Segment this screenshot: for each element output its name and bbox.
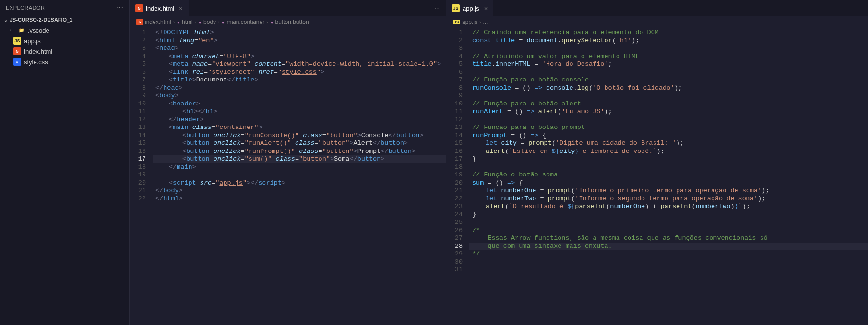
project-root[interactable]: ⌄ JS-CURSO-2-DESAFIO_1	[0, 15, 129, 24]
file-tree: › 📁 .vscode JS app.js 5 index.html # sty…	[0, 24, 129, 68]
tag-icon: ⬥	[177, 19, 180, 25]
tabbar-more-icon[interactable]: ⋯	[430, 5, 446, 12]
close-icon[interactable]: ×	[484, 5, 488, 12]
chevron-right-icon: ›	[195, 20, 196, 25]
tree-item-indexhtml[interactable]: 5 index.html	[0, 46, 129, 57]
chevron-right-icon: ›	[266, 20, 268, 25]
tab-label: index.html	[146, 5, 174, 12]
explorer-header: EXPLORADOR ⋯	[0, 0, 129, 15]
tree-item-stylecss[interactable]: # style.css	[0, 57, 129, 67]
gutter-left: 12345678910111213141516171819202122	[130, 28, 153, 325]
bc-main[interactable]: ⬥ main.container	[221, 19, 264, 25]
html-icon: 5	[13, 47, 21, 55]
css-icon: #	[13, 58, 21, 66]
gutter-right: 1234567891011121314151617181920212223242…	[446, 28, 469, 325]
bc-more[interactable]: ...	[483, 19, 488, 25]
js-icon: JS	[13, 37, 21, 45]
editor-pane-right: JS app.js × JS app.js › ... 123456789101…	[446, 0, 868, 325]
project-name: JS-CURSO-2-DESAFIO_1	[10, 17, 72, 23]
tag-icon: ⬥	[270, 19, 273, 25]
html-icon: 5	[135, 4, 143, 12]
bc-body[interactable]: ⬥ body	[198, 19, 216, 25]
editor-pane-left: 5 index.html × ⋯ 5 index.html › ⬥ html ›…	[130, 0, 446, 325]
code-right[interactable]: // Craindo uma referencia para o element…	[469, 28, 868, 325]
editors-container: 5 index.html × ⋯ 5 index.html › ⬥ html ›…	[130, 0, 868, 325]
tab-label: app.js	[463, 5, 479, 12]
code-left[interactable]: <!DOCTYPE html><html lang="en"><head><me…	[153, 28, 446, 325]
tree-item-vscode[interactable]: › 📁 .vscode	[0, 25, 129, 35]
tree-item-appjs[interactable]: JS app.js	[0, 35, 129, 46]
chevron-right-icon: ›	[173, 20, 175, 25]
tab-app-js[interactable]: JS app.js ×	[446, 0, 493, 16]
tag-icon: ⬥	[221, 19, 225, 25]
bc-html[interactable]: ⬥ html	[177, 19, 193, 25]
close-icon[interactable]: ×	[179, 5, 183, 12]
js-icon: JS	[452, 4, 460, 12]
explorer-sidebar: EXPLORADOR ⋯ ⌄ JS-CURSO-2-DESAFIO_1 › 📁 …	[0, 0, 130, 325]
tabbar-left: 5 index.html × ⋯	[130, 0, 446, 16]
bc-file[interactable]: JS app.js	[453, 19, 477, 25]
html-icon: 5	[136, 19, 143, 25]
tabbar-right: JS app.js ×	[446, 0, 868, 16]
code-area-left[interactable]: 12345678910111213141516171819202122 <!DO…	[130, 28, 446, 325]
tree-label: index.html	[24, 48, 52, 55]
tab-index-html[interactable]: 5 index.html ×	[130, 0, 189, 16]
explorer-title: EXPLORADOR	[6, 5, 45, 11]
explorer-more-icon[interactable]: ⋯	[117, 4, 124, 12]
breadcrumb-left: 5 index.html › ⬥ html › ⬥ body › ⬥ main.…	[130, 16, 446, 28]
tree-label: style.css	[24, 58, 48, 66]
bc-file[interactable]: 5 index.html	[136, 19, 171, 25]
chevron-right-icon: ›	[10, 28, 14, 33]
js-icon: JS	[453, 20, 460, 24]
folder-icon: 📁	[17, 26, 25, 34]
chevron-right-icon: ›	[218, 20, 219, 25]
chevron-right-icon: ›	[479, 20, 481, 25]
code-area-right[interactable]: 1234567891011121314151617181920212223242…	[446, 28, 868, 325]
tree-label: .vscode	[28, 27, 49, 34]
chevron-down-icon: ⌄	[4, 17, 8, 23]
bc-button[interactable]: ⬥ button.button	[270, 19, 309, 25]
tag-icon: ⬥	[198, 19, 202, 25]
breadcrumb-right: JS app.js › ...	[446, 16, 868, 28]
tree-label: app.js	[24, 37, 41, 45]
